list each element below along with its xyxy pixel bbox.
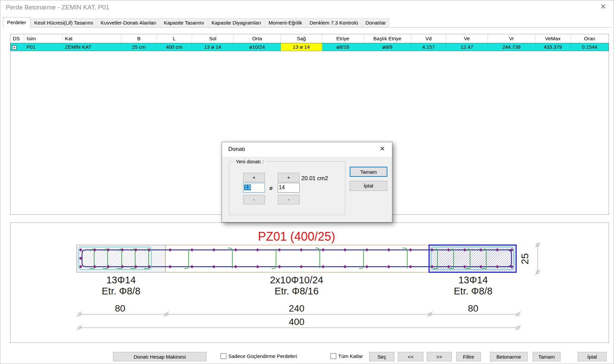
dimension-thickness: 25	[519, 242, 540, 275]
table-header-row: DS İsim Kat B L Sol Orta Sağ Etriye Başl…	[10, 34, 609, 43]
next-button[interactable]: >>	[427, 352, 452, 361]
tab-denklem-7-3-kontrolu[interactable]: Denklem 7.3 Kontrolü	[306, 18, 361, 27]
rebar-diameter-input[interactable]: 14	[278, 183, 300, 193]
tab-kapasite-tasarimi[interactable]: Kapasite Tasarımı	[160, 18, 207, 27]
filter-button[interactable]: Filtre	[456, 352, 481, 361]
col-header-vr[interactable]: Vr	[488, 34, 535, 43]
tab-kapasite-diyagramlari[interactable]: Kapasite Diyagramları	[208, 18, 265, 27]
cell-l[interactable]: 400 cm	[157, 43, 192, 51]
diameter-increment-button[interactable]: +	[278, 173, 300, 182]
cell-oran[interactable]: 0.1544	[571, 43, 609, 51]
dialog-close-icon[interactable]: ✕	[378, 145, 387, 153]
col-header-orta[interactable]: Orta	[234, 34, 281, 43]
all-storeys-label: Tüm Katlar	[338, 353, 363, 359]
tab-moment-egrilik[interactable]: Moment-Eğrilik	[265, 18, 306, 27]
right-rebar-label: 13Φ14	[458, 275, 488, 285]
cell-isim[interactable]: P01	[24, 43, 63, 51]
window-titlebar: Perde Betonarme - ZEMİN KAT, P01 ✕	[0, 0, 614, 15]
all-storeys-checkbox[interactable]	[331, 353, 336, 359]
section-drawing-panel: PZ01 (400/25) 13Φ14 Etr. Φ8/8 2x10Φ10/24…	[10, 223, 609, 343]
count-decrement-button[interactable]: -	[243, 195, 265, 204]
rebar-calculator-button[interactable]: Donatı Hesap Makinesi	[113, 352, 206, 361]
wall-section-drawing: PZ01 (400/25) 13Φ14 Etr. Φ8/8 2x10Φ10/24…	[10, 223, 609, 342]
cell-baslik-etriye[interactable]: ø8/8	[364, 43, 411, 51]
dim-total: 400	[289, 317, 305, 327]
cell-vd[interactable]: 4.157	[411, 43, 446, 51]
dim-height: 25	[519, 253, 530, 264]
col-header-sol[interactable]: Sol	[192, 34, 234, 43]
col-header-etriye[interactable]: Etriye	[322, 34, 364, 43]
new-rebar-group: Yeni donatı : + + 13 ø 14 - - 20.01 cm2	[229, 161, 345, 215]
dim-left: 80	[115, 303, 125, 314]
diameter-decrement-button[interactable]: -	[278, 195, 300, 204]
col-header-vd[interactable]: Vd	[411, 34, 446, 43]
cell-kat[interactable]: ZEMİN KAT	[63, 43, 121, 51]
dialog-titlebar: Donatı ✕	[222, 142, 392, 157]
wall-right-confined-zone	[429, 245, 516, 272]
cell-ds[interactable]: ✕	[10, 43, 24, 51]
ds-checked-icon[interactable]: ✕	[12, 45, 16, 50]
rebar-count-input[interactable]: 13	[243, 183, 265, 193]
new-rebar-group-label: Yeni donatı :	[234, 159, 265, 164]
table-row[interactable]: ✕ P01 ZEMİN KAT 25 cm 400 cm 13 ø 14 ø10…	[10, 43, 609, 51]
cell-b[interactable]: 25 cm	[121, 43, 157, 51]
cell-orta[interactable]: ø10/24	[234, 43, 281, 51]
dim-mid: 240	[289, 303, 305, 314]
left-rebar-label: 13Φ14	[106, 275, 136, 285]
section-title: PZ01 (400/25)	[258, 230, 335, 243]
cell-etriye[interactable]: ø8/16	[322, 43, 364, 51]
cell-sag-selected[interactable]: 13 ø 14	[281, 43, 322, 51]
col-header-ds[interactable]: DS	[10, 34, 24, 43]
ok-button[interactable]: Tamam	[533, 352, 561, 361]
tab-kuvvetler-donati-alanlari[interactable]: Kuvvetler-Donatı Alanları	[97, 18, 160, 27]
concrete-design-button[interactable]: Betonarme	[490, 352, 528, 361]
col-header-oran[interactable]: Oran	[571, 34, 609, 43]
strengthening-walls-label: Sadece Güçlendirme Perdeleri	[228, 353, 297, 359]
window-title: Perde Betonarme - ZEMİN KAT, P01	[6, 4, 109, 11]
dim-right: 80	[468, 303, 478, 314]
mid-stirrup-label: Etr. Φ8/16	[274, 286, 318, 296]
dialog-ok-button[interactable]: Tamam	[350, 167, 387, 177]
strengthening-walls-checkbox[interactable]	[221, 353, 226, 359]
tab-donatilar[interactable]: Donatılar	[362, 18, 389, 27]
cancel-button[interactable]: İptal	[578, 352, 607, 361]
perde-betonarme-window: Perde Betonarme - ZEMİN KAT, P01 ✕ Perde…	[0, 0, 614, 364]
col-header-l[interactable]: L	[157, 34, 192, 43]
phi-symbol: ø	[269, 185, 273, 191]
cell-vr[interactable]: 244.738	[488, 43, 535, 51]
cell-ve[interactable]: 12.47	[446, 43, 488, 51]
tab-kesit-hucresi-lif-tasarimi[interactable]: Kesit Hücresi(Lif) Tasarımı	[31, 18, 97, 27]
dimension-row-total: 400	[77, 317, 521, 330]
left-stirrup-label: Etr. Φ8/8	[102, 286, 140, 296]
mid-rebar-label: 2x10Φ10/24	[270, 275, 323, 285]
previous-button[interactable]: <<	[398, 352, 423, 361]
right-stirrup-label: Etr. Φ8/8	[454, 286, 492, 296]
col-header-baslik-etriye[interactable]: Başlık Etriye	[364, 34, 411, 43]
cell-vemax[interactable]: 433.379	[535, 43, 571, 51]
tab-perdeler[interactable]: Perdeler	[3, 17, 30, 28]
count-increment-button[interactable]: +	[243, 173, 265, 182]
col-header-isim[interactable]: İsim	[24, 34, 63, 43]
col-header-kat[interactable]: Kat	[63, 34, 121, 43]
cell-sol[interactable]: 13 ø 14	[192, 43, 234, 51]
dimension-row-zones: 80 240 80	[77, 303, 521, 317]
donati-dialog: Donatı ✕ Yeni donatı : + + 13 ø 14 - - 2…	[222, 142, 392, 223]
dialog-cancel-button[interactable]: İptal	[350, 181, 387, 191]
window-close-icon[interactable]: ✕	[598, 2, 608, 11]
rebar-area-value: 20.01 cm2	[301, 175, 328, 182]
select-button[interactable]: Seç	[369, 352, 394, 361]
col-header-b[interactable]: B	[121, 34, 157, 43]
col-header-vemax[interactable]: VeMax	[535, 34, 571, 43]
col-header-sag[interactable]: Sağ	[281, 34, 322, 43]
col-header-ve[interactable]: Ve	[446, 34, 488, 43]
dialog-title: Donatı	[228, 146, 245, 153]
tab-strip: Perdeler Kesit Hücresi(Lif) Tasarımı Kuv…	[3, 17, 611, 28]
